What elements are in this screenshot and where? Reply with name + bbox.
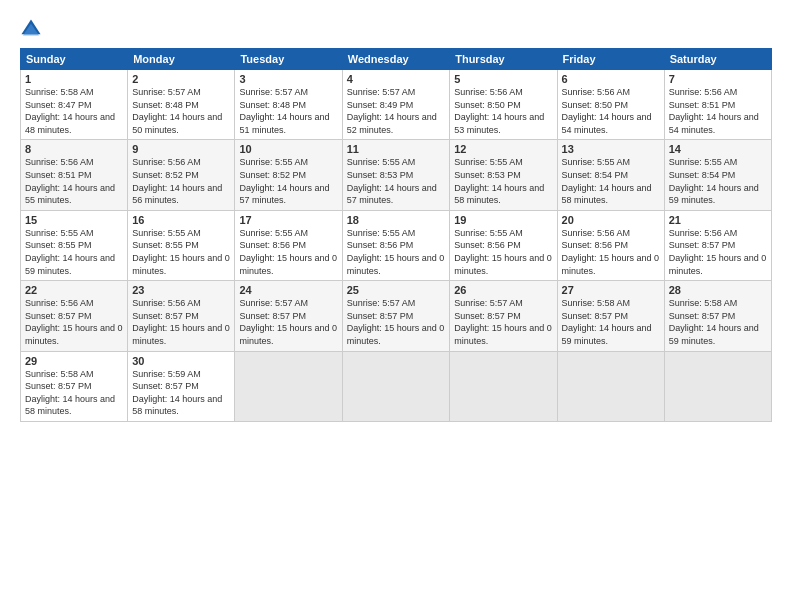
- calendar-table: SundayMondayTuesdayWednesdayThursdayFrid…: [20, 48, 772, 422]
- calendar-cell: 1 Sunrise: 5:58 AMSunset: 8:47 PMDayligh…: [21, 70, 128, 140]
- calendar-cell: 26 Sunrise: 5:57 AMSunset: 8:57 PMDaylig…: [450, 281, 557, 351]
- day-number: 4: [347, 73, 446, 85]
- day-info: Sunrise: 5:57 AMSunset: 8:48 PMDaylight:…: [132, 87, 222, 135]
- day-info: Sunrise: 5:56 AMSunset: 8:50 PMDaylight:…: [454, 87, 544, 135]
- calendar-cell: 30 Sunrise: 5:59 AMSunset: 8:57 PMDaylig…: [128, 351, 235, 421]
- calendar-cell: [235, 351, 342, 421]
- day-number: 14: [669, 143, 767, 155]
- weekday-header: Tuesday: [235, 49, 342, 70]
- day-number: 22: [25, 284, 123, 296]
- day-number: 30: [132, 355, 230, 367]
- day-info: Sunrise: 5:55 AMSunset: 8:56 PMDaylight:…: [454, 228, 552, 276]
- day-number: 7: [669, 73, 767, 85]
- weekday-header: Saturday: [664, 49, 771, 70]
- day-number: 3: [239, 73, 337, 85]
- calendar-cell: 6 Sunrise: 5:56 AMSunset: 8:50 PMDayligh…: [557, 70, 664, 140]
- calendar-cell: 24 Sunrise: 5:57 AMSunset: 8:57 PMDaylig…: [235, 281, 342, 351]
- day-number: 20: [562, 214, 660, 226]
- calendar-cell: 11 Sunrise: 5:55 AMSunset: 8:53 PMDaylig…: [342, 140, 450, 210]
- day-number: 23: [132, 284, 230, 296]
- day-info: Sunrise: 5:55 AMSunset: 8:56 PMDaylight:…: [239, 228, 337, 276]
- day-info: Sunrise: 5:59 AMSunset: 8:57 PMDaylight:…: [132, 369, 222, 417]
- calendar-cell: [664, 351, 771, 421]
- day-number: 25: [347, 284, 446, 296]
- day-info: Sunrise: 5:55 AMSunset: 8:52 PMDaylight:…: [239, 157, 329, 205]
- weekday-header: Wednesday: [342, 49, 450, 70]
- calendar-week-row: 1 Sunrise: 5:58 AMSunset: 8:47 PMDayligh…: [21, 70, 772, 140]
- calendar-cell: 15 Sunrise: 5:55 AMSunset: 8:55 PMDaylig…: [21, 210, 128, 280]
- weekday-header: Monday: [128, 49, 235, 70]
- calendar-cell: 18 Sunrise: 5:55 AMSunset: 8:56 PMDaylig…: [342, 210, 450, 280]
- calendar-cell: 7 Sunrise: 5:56 AMSunset: 8:51 PMDayligh…: [664, 70, 771, 140]
- logo: [20, 16, 44, 40]
- day-info: Sunrise: 5:56 AMSunset: 8:52 PMDaylight:…: [132, 157, 222, 205]
- calendar-cell: 20 Sunrise: 5:56 AMSunset: 8:56 PMDaylig…: [557, 210, 664, 280]
- calendar-cell: [450, 351, 557, 421]
- calendar-cell: 8 Sunrise: 5:56 AMSunset: 8:51 PMDayligh…: [21, 140, 128, 210]
- calendar-cell: 22 Sunrise: 5:56 AMSunset: 8:57 PMDaylig…: [21, 281, 128, 351]
- day-info: Sunrise: 5:55 AMSunset: 8:55 PMDaylight:…: [25, 228, 115, 276]
- weekday-header: Sunday: [21, 49, 128, 70]
- calendar-cell: 9 Sunrise: 5:56 AMSunset: 8:52 PMDayligh…: [128, 140, 235, 210]
- day-number: 28: [669, 284, 767, 296]
- day-number: 15: [25, 214, 123, 226]
- calendar-week-row: 8 Sunrise: 5:56 AMSunset: 8:51 PMDayligh…: [21, 140, 772, 210]
- day-number: 26: [454, 284, 552, 296]
- calendar-cell: 21 Sunrise: 5:56 AMSunset: 8:57 PMDaylig…: [664, 210, 771, 280]
- day-info: Sunrise: 5:55 AMSunset: 8:54 PMDaylight:…: [562, 157, 652, 205]
- day-info: Sunrise: 5:55 AMSunset: 8:55 PMDaylight:…: [132, 228, 230, 276]
- day-number: 11: [347, 143, 446, 155]
- day-info: Sunrise: 5:56 AMSunset: 8:57 PMDaylight:…: [669, 228, 767, 276]
- calendar-cell: 2 Sunrise: 5:57 AMSunset: 8:48 PMDayligh…: [128, 70, 235, 140]
- day-number: 1: [25, 73, 123, 85]
- day-number: 18: [347, 214, 446, 226]
- calendar-week-row: 15 Sunrise: 5:55 AMSunset: 8:55 PMDaylig…: [21, 210, 772, 280]
- calendar-cell: 16 Sunrise: 5:55 AMSunset: 8:55 PMDaylig…: [128, 210, 235, 280]
- day-info: Sunrise: 5:58 AMSunset: 8:57 PMDaylight:…: [562, 298, 652, 346]
- calendar-cell: 4 Sunrise: 5:57 AMSunset: 8:49 PMDayligh…: [342, 70, 450, 140]
- day-info: Sunrise: 5:56 AMSunset: 8:51 PMDaylight:…: [669, 87, 759, 135]
- calendar-header-row: SundayMondayTuesdayWednesdayThursdayFrid…: [21, 49, 772, 70]
- day-number: 16: [132, 214, 230, 226]
- day-info: Sunrise: 5:56 AMSunset: 8:57 PMDaylight:…: [132, 298, 230, 346]
- day-info: Sunrise: 5:56 AMSunset: 8:51 PMDaylight:…: [25, 157, 115, 205]
- calendar-cell: [557, 351, 664, 421]
- calendar-body: 1 Sunrise: 5:58 AMSunset: 8:47 PMDayligh…: [21, 70, 772, 422]
- day-info: Sunrise: 5:57 AMSunset: 8:48 PMDaylight:…: [239, 87, 329, 135]
- day-info: Sunrise: 5:57 AMSunset: 8:49 PMDaylight:…: [347, 87, 437, 135]
- day-number: 8: [25, 143, 123, 155]
- day-info: Sunrise: 5:57 AMSunset: 8:57 PMDaylight:…: [347, 298, 445, 346]
- day-number: 12: [454, 143, 552, 155]
- calendar-week-row: 29 Sunrise: 5:58 AMSunset: 8:57 PMDaylig…: [21, 351, 772, 421]
- day-number: 21: [669, 214, 767, 226]
- day-number: 13: [562, 143, 660, 155]
- logo-icon: [20, 18, 42, 40]
- day-number: 24: [239, 284, 337, 296]
- calendar-cell: 14 Sunrise: 5:55 AMSunset: 8:54 PMDaylig…: [664, 140, 771, 210]
- day-info: Sunrise: 5:58 AMSunset: 8:57 PMDaylight:…: [669, 298, 759, 346]
- day-info: Sunrise: 5:56 AMSunset: 8:57 PMDaylight:…: [25, 298, 123, 346]
- page: SundayMondayTuesdayWednesdayThursdayFrid…: [0, 0, 792, 612]
- day-info: Sunrise: 5:57 AMSunset: 8:57 PMDaylight:…: [239, 298, 337, 346]
- day-number: 17: [239, 214, 337, 226]
- weekday-header: Friday: [557, 49, 664, 70]
- calendar-cell: 19 Sunrise: 5:55 AMSunset: 8:56 PMDaylig…: [450, 210, 557, 280]
- day-number: 10: [239, 143, 337, 155]
- day-info: Sunrise: 5:55 AMSunset: 8:53 PMDaylight:…: [454, 157, 544, 205]
- day-number: 9: [132, 143, 230, 155]
- calendar-cell: 12 Sunrise: 5:55 AMSunset: 8:53 PMDaylig…: [450, 140, 557, 210]
- calendar-cell: [342, 351, 450, 421]
- day-number: 2: [132, 73, 230, 85]
- day-info: Sunrise: 5:56 AMSunset: 8:50 PMDaylight:…: [562, 87, 652, 135]
- day-number: 29: [25, 355, 123, 367]
- calendar-cell: 23 Sunrise: 5:56 AMSunset: 8:57 PMDaylig…: [128, 281, 235, 351]
- calendar-cell: 10 Sunrise: 5:55 AMSunset: 8:52 PMDaylig…: [235, 140, 342, 210]
- day-number: 5: [454, 73, 552, 85]
- day-info: Sunrise: 5:55 AMSunset: 8:54 PMDaylight:…: [669, 157, 759, 205]
- day-number: 6: [562, 73, 660, 85]
- calendar-cell: 3 Sunrise: 5:57 AMSunset: 8:48 PMDayligh…: [235, 70, 342, 140]
- calendar-cell: 17 Sunrise: 5:55 AMSunset: 8:56 PMDaylig…: [235, 210, 342, 280]
- weekday-header: Thursday: [450, 49, 557, 70]
- day-info: Sunrise: 5:55 AMSunset: 8:56 PMDaylight:…: [347, 228, 445, 276]
- day-info: Sunrise: 5:58 AMSunset: 8:57 PMDaylight:…: [25, 369, 115, 417]
